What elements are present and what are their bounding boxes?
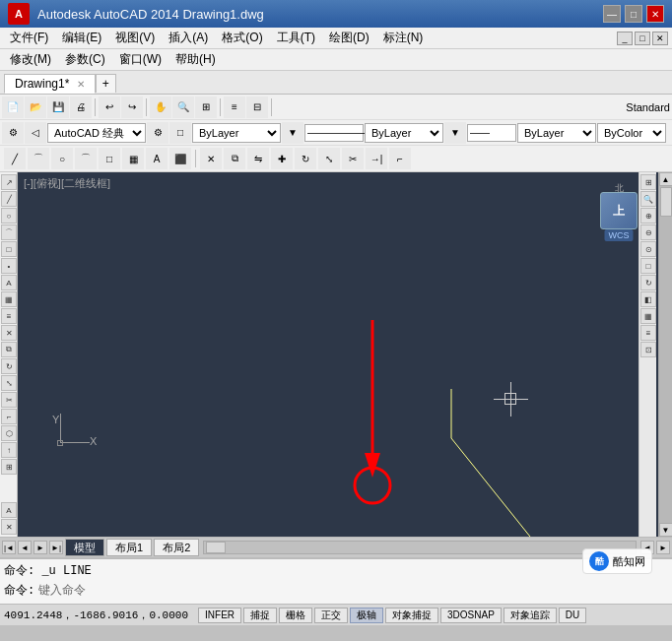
draw-hatch-button[interactable]: ▦ [122, 148, 144, 169]
layer-dropdown[interactable]: ByLayer [192, 123, 281, 143]
left-tool-9[interactable]: ≡ [1, 308, 17, 324]
modify-mirror-button[interactable]: ⇋ [247, 148, 269, 169]
scroll-up-button[interactable]: ▲ [659, 172, 673, 186]
draw-polyline-button[interactable]: ⌒ [28, 148, 49, 169]
save-button[interactable]: 💾 [47, 96, 69, 118]
modify-trim-button[interactable]: ✂ [342, 148, 364, 169]
draw-rect-button[interactable]: □ [99, 148, 120, 169]
left-tool-15[interactable]: ⌐ [1, 409, 17, 424]
modify-rotate-button[interactable]: ↻ [295, 148, 316, 169]
modify-copy-button[interactable]: ⧉ [224, 148, 245, 169]
left-tool-4[interactable]: ⌒ [1, 224, 17, 240]
menu-help[interactable]: 帮助(H) [169, 49, 222, 70]
right-tool-4[interactable]: ⊖ [640, 224, 656, 240]
wcs-label[interactable]: WCS [605, 229, 634, 241]
draw-circle-button[interactable]: ○ [51, 148, 73, 169]
right-tool-2[interactable]: 🔍 [640, 191, 656, 207]
tab-nav-next[interactable]: ► [34, 541, 47, 554]
status-infer[interactable]: INFER [198, 608, 241, 623]
tab-model[interactable]: 模型 [65, 539, 104, 556]
linetype-display[interactable]: —————— [304, 124, 364, 142]
right-scrollbar[interactable]: ▲ ▼ [658, 172, 672, 537]
left-tool-1[interactable]: ↗ [1, 174, 17, 190]
properties-button[interactable]: ≡ [224, 96, 245, 118]
status-polar[interactable]: 极轴 [350, 608, 383, 623]
modify-fillet-button[interactable]: ⌐ [389, 148, 411, 169]
menu-window[interactable]: 窗口(W) [113, 49, 168, 70]
status-osnap[interactable]: 对象捕捉 [385, 608, 438, 623]
left-tool-7[interactable]: A [1, 275, 17, 290]
modify-scale-button[interactable]: ⤡ [318, 148, 340, 169]
right-tool-1[interactable]: ⊞ [640, 174, 656, 190]
left-tool-3[interactable]: ○ [1, 208, 17, 224]
menu-view[interactable]: 视图(V) [109, 28, 161, 48]
drawing-canvas[interactable]: [-][俯视][二维线框] 北 上 南 WCS [18, 172, 658, 537]
menu-edit[interactable]: 编辑(E) [56, 28, 107, 48]
left-tool-12[interactable]: ↻ [1, 358, 17, 374]
command-input-area[interactable]: 命令: 键入命令 [4, 582, 668, 599]
minimize-button[interactable]: — [603, 5, 621, 23]
maximize-button[interactable]: □ [625, 5, 642, 23]
right-tool-11[interactable]: ⊡ [640, 342, 656, 357]
match-button[interactable]: ⊟ [246, 96, 268, 118]
left-tool-11[interactable]: ⧉ [1, 342, 17, 357]
status-3dosnap[interactable]: 3DOSNAP [440, 608, 502, 623]
left-tool-16[interactable]: ⬡ [1, 425, 17, 441]
layer-manager-button[interactable]: ⚙ [2, 122, 24, 144]
status-ortho[interactable]: 正交 [314, 608, 348, 623]
inner-window-controls[interactable]: _ □ ✕ [617, 32, 668, 45]
tab-new[interactable]: + [96, 74, 116, 93]
inner-restore[interactable]: □ [635, 32, 650, 45]
dropdown-arrow1[interactable]: ▼ [282, 122, 303, 144]
dropdown-arrow2[interactable]: ▼ [444, 122, 466, 144]
close-button[interactable]: ✕ [646, 5, 664, 23]
right-tool-3[interactable]: ⊕ [640, 208, 656, 224]
draw-arc-button[interactable]: ⌒ [75, 148, 97, 169]
left-tool-13[interactable]: ⤡ [1, 375, 17, 391]
tab-layout2[interactable]: 布局2 [154, 539, 199, 556]
scroll-down-button[interactable]: ▼ [659, 523, 673, 537]
modify-extend-button[interactable]: →| [366, 148, 387, 169]
right-tool-6[interactable]: □ [640, 258, 656, 274]
viewcube-box[interactable]: 上 [600, 192, 638, 229]
linetype-dropdown[interactable]: ByLayer [365, 123, 443, 143]
left-tool-10[interactable]: ✕ [1, 325, 17, 341]
left-tool-bottom2[interactable]: ✕ [1, 519, 17, 535]
left-tool-5[interactable]: □ [1, 241, 17, 257]
draw-text-button[interactable]: A [146, 148, 168, 169]
tab-nav-prev[interactable]: ◄ [18, 541, 32, 554]
menu-draw[interactable]: 绘图(D) [323, 28, 375, 48]
layer-prev-button[interactable]: ◁ [25, 122, 46, 144]
undo-button[interactable]: ↩ [99, 96, 120, 118]
zoom-all-button[interactable]: ⊞ [195, 96, 217, 118]
status-snap[interactable]: 捕捉 [243, 608, 277, 623]
status-otrack[interactable]: 对象追踪 [504, 608, 557, 623]
tab-nav-last[interactable]: ►| [49, 541, 63, 554]
inner-minimize[interactable]: _ [617, 32, 633, 45]
open-button[interactable]: 📂 [25, 96, 46, 118]
tab-nav-first[interactable]: |◄ [2, 541, 16, 554]
h-scroll-thumb[interactable] [206, 542, 226, 553]
zoom-button[interactable]: 🔍 [172, 96, 194, 118]
modify-erase-button[interactable]: ✕ [200, 148, 222, 169]
scroll-thumb[interactable] [660, 187, 672, 217]
layer-props-button[interactable]: □ [169, 122, 191, 144]
menu-params[interactable]: 参数(C) [59, 49, 111, 70]
title-bar-controls[interactable]: — □ ✕ [603, 5, 664, 23]
h-scroll-right[interactable]: ► [656, 541, 670, 554]
left-tool-8[interactable]: ▦ [1, 291, 17, 307]
tab-close-icon[interactable]: ✕ [77, 79, 85, 90]
left-tool-6[interactable]: • [1, 258, 17, 274]
left-tool-bottom1[interactable]: A [1, 502, 17, 518]
draw-line-button[interactable]: ╱ [4, 148, 26, 169]
lineweight-dropdown[interactable]: ByLayer [517, 123, 596, 143]
left-tool-18[interactable]: ⊞ [1, 459, 17, 475]
left-tool-17[interactable]: ↑ [1, 442, 17, 458]
inner-close[interactable]: ✕ [652, 32, 668, 45]
color-dropdown[interactable]: ByColor [597, 123, 666, 143]
horizontal-scrollbar[interactable] [203, 541, 637, 554]
right-tool-7[interactable]: ↻ [640, 275, 656, 290]
lineweight-display[interactable]: —— [467, 124, 516, 142]
print-button[interactable]: 🖨 [70, 96, 92, 118]
tab-layout1[interactable]: 布局1 [106, 539, 152, 556]
